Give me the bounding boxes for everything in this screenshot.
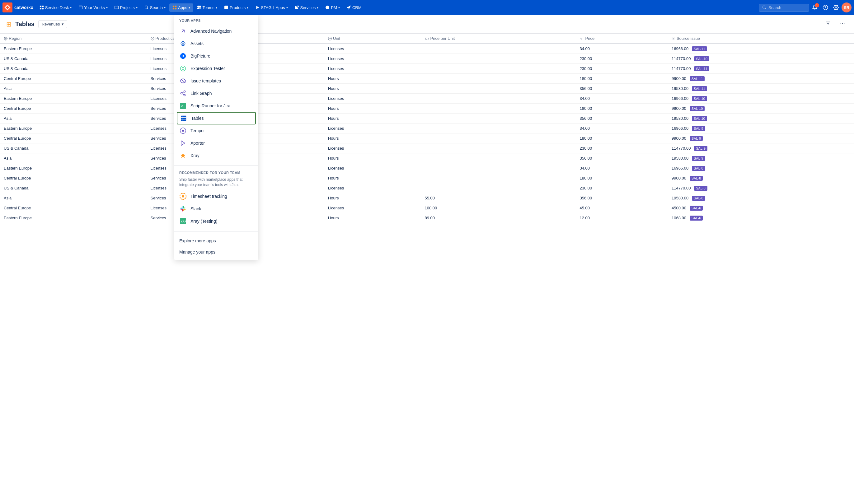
nav-search[interactable]: Search ▾ xyxy=(141,3,169,12)
source-badge[interactable]: SAL-11 xyxy=(690,76,705,81)
settings-button[interactable] xyxy=(831,2,841,13)
cell-unit: Hours xyxy=(324,133,421,143)
app-assets[interactable]: Assets xyxy=(174,37,258,50)
cell-price: 12.00 xyxy=(576,213,668,223)
cell-total: 114770.00 SAL-9 xyxy=(668,143,854,154)
top-navigation: catworkx Service Desk ▾ Your Works ▾ Pro… xyxy=(0,0,854,15)
cell-region: Eastern Europe xyxy=(0,43,147,54)
cell-price-per-unit xyxy=(421,74,576,84)
cell-region: Eastern Europe xyxy=(0,163,147,173)
nav-service-desk[interactable]: Service Desk ▾ xyxy=(36,3,75,12)
cell-price: 45.00 xyxy=(576,203,668,213)
nav-search-box[interactable] xyxy=(759,4,809,12)
app-xray[interactable]: Xray xyxy=(174,149,258,162)
cell-total: 16966.00 SAL-8 xyxy=(668,163,854,173)
cell-unit: Hours xyxy=(324,113,421,124)
notifications-button[interactable]: 1 xyxy=(810,2,820,13)
filter-button[interactable] xyxy=(823,19,834,30)
app-timesheet-tracking[interactable]: Timesheet tracking xyxy=(174,190,258,202)
source-badge[interactable]: SAL-10 xyxy=(692,116,707,121)
cell-price: 34.00 xyxy=(576,94,668,104)
cell-total: 114770.00 SAL-8 xyxy=(668,183,854,193)
cell-unit: Hours xyxy=(324,173,421,183)
col-source-issue[interactable]: Source issue xyxy=(668,34,854,43)
app-tables[interactable]: Tables xyxy=(177,112,256,124)
cell-region: Asia xyxy=(0,193,147,203)
more-options-button[interactable] xyxy=(837,19,848,30)
nav-crm[interactable]: CRM xyxy=(343,3,365,12)
source-badge[interactable]: SAL-9 xyxy=(694,146,707,151)
cell-price-per-unit: 89.00 xyxy=(421,213,576,223)
source-badge[interactable]: SAL-6 xyxy=(690,216,703,220)
col-price[interactable]: fx Price xyxy=(576,34,668,43)
source-badge[interactable]: SAL-9 xyxy=(690,136,703,141)
nav-services[interactable]: Services ▾ xyxy=(291,3,322,12)
issue-templates-icon xyxy=(179,77,187,85)
cell-price-per-unit xyxy=(421,143,576,154)
col-price-per-unit[interactable]: 123 Price per Unit xyxy=(421,34,576,43)
tables-app-icon xyxy=(180,114,188,122)
source-badge[interactable]: SAL-10 xyxy=(692,96,707,101)
nav-teams[interactable]: Teams ▾ xyxy=(194,3,220,12)
nav-stagil-apps[interactable]: STAGIL Apps ▾ xyxy=(252,3,291,12)
revenues-dropdown[interactable]: Revenues ▾ xyxy=(38,20,68,28)
source-badge[interactable]: SAL-11 xyxy=(692,46,707,51)
explore-more-apps[interactable]: Explore more apps xyxy=(174,235,258,247)
source-badge[interactable]: SAL-8 xyxy=(690,176,703,181)
source-badge[interactable]: SAL-10 xyxy=(694,56,709,61)
svg-rect-3 xyxy=(40,8,41,9)
app-bigpicture[interactable]: B BigPicture xyxy=(174,50,258,62)
app-expression-tester[interactable]: Expression Tester xyxy=(174,62,258,75)
cell-unit: Hours xyxy=(324,84,421,94)
nav-products[interactable]: Products ▾ xyxy=(221,3,251,12)
nav-projects[interactable]: Projects ▾ xyxy=(111,3,141,12)
table-row: Asia Services Hours 55.00 356.00 19580.0… xyxy=(0,193,854,203)
app-scriptrunner[interactable]: >_ ScriptRunner for Jira xyxy=(174,100,258,112)
logo[interactable]: catworkx xyxy=(2,2,33,13)
user-avatar[interactable]: SR xyxy=(841,2,852,13)
source-badge[interactable]: SAL-8 xyxy=(692,166,705,171)
app-slack[interactable]: Slack xyxy=(174,202,258,215)
source-badge[interactable]: SAL-10 xyxy=(690,106,705,111)
source-badge[interactable]: SAL-11 xyxy=(694,66,709,71)
cell-price: 180.00 xyxy=(576,74,668,84)
nav-pm[interactable]: PM ▾ xyxy=(322,3,343,12)
svg-text:x: x xyxy=(581,37,582,40)
help-button[interactable] xyxy=(820,2,830,13)
recommended-section: RECOMMENDED FOR YOUR TEAM Ship faster wi… xyxy=(174,167,258,230)
cell-price-per-unit xyxy=(421,124,576,133)
manage-your-apps[interactable]: Manage your apps xyxy=(174,247,258,257)
cell-unit: Licenses xyxy=(324,124,421,133)
table-row: US & Canada Licenses Licenses 230.00 114… xyxy=(0,183,854,193)
source-badge[interactable]: SAL-11 xyxy=(692,86,707,91)
app-link-graph[interactable]: Link Graph xyxy=(174,87,258,100)
cell-price-per-unit xyxy=(421,84,576,94)
source-badge[interactable]: SAL-8 xyxy=(692,196,705,201)
app-tempo[interactable]: Tempo xyxy=(174,124,258,137)
nav-your-works[interactable]: Your Works ▾ xyxy=(75,3,110,12)
svg-text:XRAY: XRAY xyxy=(181,220,186,223)
source-badge[interactable]: SAL-9 xyxy=(692,126,705,131)
search-input[interactable] xyxy=(768,5,806,10)
cell-total: 114770.00 SAL-10 xyxy=(668,54,854,64)
cell-unit: Hours xyxy=(324,154,421,163)
svg-rect-13 xyxy=(175,8,176,9)
svg-line-9 xyxy=(147,8,148,9)
nav-apps[interactable]: Apps ▾ xyxy=(169,3,193,12)
svg-rect-11 xyxy=(175,5,176,7)
app-issue-templates[interactable]: Issue templates xyxy=(174,75,258,87)
col-region[interactable]: Region xyxy=(0,34,147,43)
app-xray-testing[interactable]: XRAY Xray (Testing) xyxy=(174,215,258,228)
svg-point-15 xyxy=(199,6,201,7)
table-row: US & Canada Licenses Licenses 230.00 114… xyxy=(0,64,854,74)
svg-point-8 xyxy=(145,6,147,8)
source-badge[interactable]: SAL-9 xyxy=(692,156,705,161)
col-unit[interactable]: Unit xyxy=(324,34,421,43)
cell-region: Asia xyxy=(0,113,147,124)
cell-region: Central Europe xyxy=(0,74,147,84)
source-badge[interactable]: SAL-6 xyxy=(690,206,703,211)
svg-rect-7 xyxy=(115,6,119,9)
source-badge[interactable]: SAL-8 xyxy=(694,186,707,191)
app-xporter[interactable]: Xporter xyxy=(174,137,258,149)
app-advanced-navigation[interactable]: Advanced Navigation xyxy=(174,25,258,37)
